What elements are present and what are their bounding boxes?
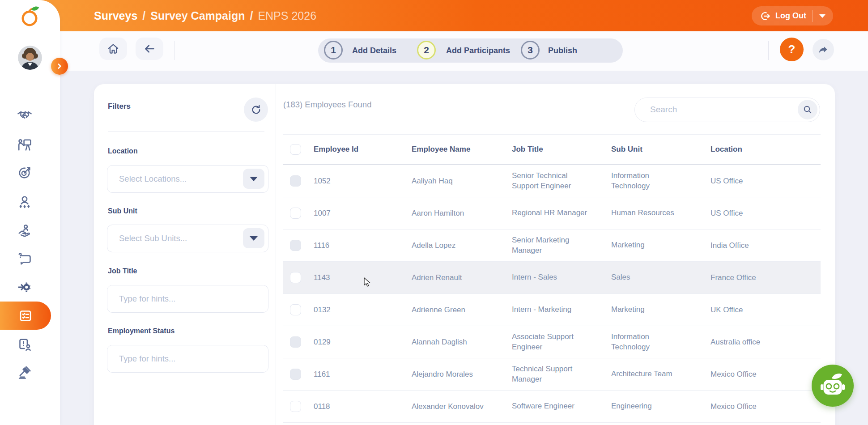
cell-job-title: Senior Marketing Manager <box>512 235 611 255</box>
cell-sub-unit: Information Technology <box>611 171 711 191</box>
row-checkbox-cell <box>283 272 314 283</box>
column-header-sub: Sub Unit <box>611 144 711 154</box>
chevron-right-icon <box>55 62 64 70</box>
sidebar-item-report-person[interactable] <box>15 335 34 354</box>
cell-job-title: Regional HR Manager <box>512 208 611 218</box>
sidebar-item-hand-person[interactable] <box>15 221 34 241</box>
sidebar-item-presentation[interactable] <box>15 135 34 155</box>
cell-id: 0132 <box>314 306 412 314</box>
employee-search <box>634 98 820 122</box>
cell-location: UK Office <box>711 306 821 314</box>
toolbar: 1Add Details2Add Participants3Publish ? <box>60 31 868 71</box>
breadcrumb-enps-2026: ENPS 2026 <box>258 9 316 22</box>
user-avatar[interactable] <box>18 46 42 70</box>
filter-field-job-title[interactable] <box>107 285 268 313</box>
report-person-icon <box>17 337 32 352</box>
cell-location: France Office <box>711 273 821 282</box>
table-header-row: Employee IdEmployee NameJob TitleSub Uni… <box>283 135 821 165</box>
logout-caret-icon[interactable] <box>819 14 825 18</box>
cell-sub-unit: Human Resources <box>611 208 711 218</box>
dropdown-caret-button[interactable] <box>243 228 264 248</box>
chatbot-button[interactable] <box>812 365 854 407</box>
cell-sub-unit: Marketing <box>611 305 711 314</box>
step-circle-3[interactable]: 3 <box>521 41 540 60</box>
employees-panel: (183) Employees Found Employee IdEmploye… <box>276 84 835 425</box>
reset-filters-button[interactable] <box>244 98 268 122</box>
chat-question-icon <box>17 251 32 267</box>
row-checkbox-cell <box>283 369 314 380</box>
row-checkbox[interactable] <box>290 369 301 380</box>
filter-label-sub-unit: Sub Unit <box>108 207 137 215</box>
row-checkbox[interactable] <box>290 272 301 283</box>
handshake-icon <box>17 108 32 123</box>
row-checkbox-cell <box>283 208 314 219</box>
filter-field-location[interactable]: Select Locations... <box>107 165 268 193</box>
filter-input-employment-status[interactable] <box>107 345 268 372</box>
step-circle-1[interactable]: 1 <box>324 41 343 60</box>
step-label-2: Add Participants <box>446 38 510 63</box>
select-all-checkbox[interactable] <box>290 144 301 155</box>
table-row[interactable]: 0129Alannah DaglishAssociate Support Eng… <box>283 326 821 358</box>
filters-title: Filters <box>108 102 131 111</box>
filter-label-location: Location <box>108 147 138 155</box>
back-button[interactable] <box>136 38 163 60</box>
sidebar-item-chat-question[interactable] <box>15 249 34 269</box>
row-checkbox[interactable] <box>290 401 301 412</box>
step-circle-2[interactable]: 2 <box>417 41 436 60</box>
search-button[interactable] <box>798 100 817 119</box>
sidebar-expand-button[interactable] <box>51 58 68 75</box>
table-row[interactable]: 1052Aaliyah HaqSenior Technical Support … <box>283 165 821 197</box>
cell-name: Adella Lopez <box>412 241 512 250</box>
row-checkbox[interactable] <box>290 175 301 187</box>
cell-name: Alejandro Morales <box>412 370 512 379</box>
row-checkbox[interactable] <box>290 240 301 251</box>
dropdown-caret-button[interactable] <box>243 169 264 189</box>
sidebar-item-gavel[interactable] <box>15 363 34 382</box>
app-logo[interactable] <box>18 4 42 30</box>
row-checkbox[interactable] <box>290 208 301 219</box>
table-row[interactable]: 1116Adella LopezSenior Marketing Manager… <box>283 230 821 262</box>
cell-job-title: Associate Support Engineer <box>512 332 611 352</box>
table-row[interactable]: 0132Adrienne GreenIntern - MarketingMark… <box>283 294 821 326</box>
column-header-job: Job Title <box>512 144 611 154</box>
logout-button[interactable]: Log Out <box>752 6 833 26</box>
sidebar-item-person-stars[interactable] <box>15 192 34 212</box>
sidebar-item-checklist[interactable] <box>0 302 51 330</box>
cell-sub-unit: Engineering <box>611 401 711 411</box>
stepper: 1Add Details2Add Participants3Publish <box>318 38 623 63</box>
filter-field-employment-status[interactable] <box>107 345 268 373</box>
logout-divider <box>812 10 813 22</box>
cell-location: Mexico Office <box>711 402 821 411</box>
sidebar-item-gear-arrow[interactable] <box>15 277 34 297</box>
sidebar-item-handshake[interactable] <box>15 106 34 126</box>
help-button[interactable]: ? <box>780 38 804 61</box>
cell-job-title: Intern - Sales <box>512 272 611 282</box>
presentation-icon <box>17 137 32 153</box>
step-label-3: Publish <box>548 38 577 63</box>
share-button[interactable] <box>813 39 834 60</box>
row-checkbox[interactable] <box>290 304 301 315</box>
gear-arrow-icon <box>17 280 32 295</box>
filter-input-job-title[interactable] <box>107 285 268 312</box>
breadcrumb-separator: / <box>250 9 253 22</box>
cell-name: Adrien Renault <box>412 273 512 282</box>
breadcrumb-separator: / <box>142 9 145 22</box>
cell-location: Australia office <box>711 338 821 347</box>
table-row[interactable]: 1007Aaron HamiltonRegional HR ManagerHum… <box>283 197 821 230</box>
breadcrumb-survey-campaign[interactable]: Survey Campaign <box>150 9 245 22</box>
sidebar-item-target-arrow[interactable] <box>15 163 34 183</box>
home-button[interactable] <box>99 38 127 60</box>
cell-name: Aaron Hamilton <box>412 209 512 218</box>
row-checkbox[interactable] <box>290 336 301 348</box>
cell-name: Alannah Daglish <box>412 338 512 347</box>
search-input[interactable] <box>635 98 791 121</box>
breadcrumb-surveys[interactable]: Surveys <box>94 9 137 22</box>
cell-id: 1052 <box>314 177 412 186</box>
cell-location: US Office <box>711 177 821 186</box>
employees-count: (183) Employees Found <box>283 100 371 110</box>
filter-label-employment-status: Employment Status <box>108 327 174 335</box>
target-arrow-icon <box>17 165 32 180</box>
table-row[interactable]: 0118Alexander KonovalovSoftware Engineer… <box>283 391 821 423</box>
filter-field-sub-unit[interactable]: Select Sub Units... <box>107 225 268 252</box>
table-row[interactable]: 1161Alejandro MoralesTechnical Support M… <box>283 358 821 391</box>
